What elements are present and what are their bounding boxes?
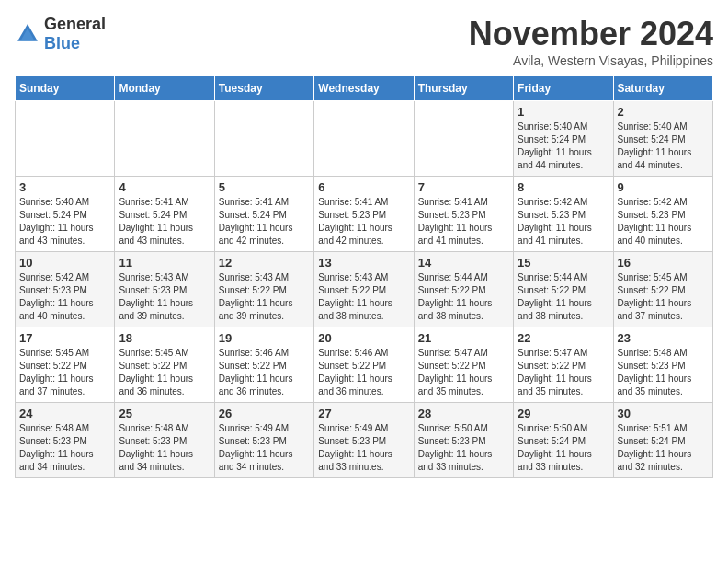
day-number: 18 xyxy=(119,331,210,345)
calendar-cell: 6Sunrise: 5:41 AM Sunset: 5:23 PM Daylig… xyxy=(314,177,414,252)
cell-content: Sunrise: 5:40 AM Sunset: 5:24 PM Dayligh… xyxy=(518,121,609,172)
cell-content: Sunrise: 5:47 AM Sunset: 5:22 PM Dayligh… xyxy=(418,347,509,398)
calendar-cell: 14Sunrise: 5:44 AM Sunset: 5:22 PM Dayli… xyxy=(414,252,513,327)
logo-blue: Blue xyxy=(44,34,80,52)
calendar-row-4: 24Sunrise: 5:48 AM Sunset: 5:23 PM Dayli… xyxy=(16,403,713,478)
cell-content: Sunrise: 5:48 AM Sunset: 5:23 PM Dayligh… xyxy=(119,422,210,474)
day-number: 17 xyxy=(19,331,110,345)
calendar-cell: 22Sunrise: 5:47 AM Sunset: 5:22 PM Dayli… xyxy=(514,327,613,403)
day-number: 21 xyxy=(418,331,509,345)
day-number: 19 xyxy=(219,331,310,345)
calendar-body: 1Sunrise: 5:40 AM Sunset: 5:24 PM Daylig… xyxy=(16,101,713,478)
cell-content: Sunrise: 5:40 AM Sunset: 5:24 PM Dayligh… xyxy=(19,196,110,247)
calendar-cell: 15Sunrise: 5:44 AM Sunset: 5:22 PM Dayli… xyxy=(514,252,613,327)
day-number: 1 xyxy=(518,105,609,119)
cell-content: Sunrise: 5:46 AM Sunset: 5:22 PM Dayligh… xyxy=(318,347,409,398)
day-number: 4 xyxy=(119,180,210,194)
cell-content: Sunrise: 5:41 AM Sunset: 5:23 PM Dayligh… xyxy=(318,196,409,247)
calendar-cell: 21Sunrise: 5:47 AM Sunset: 5:22 PM Dayli… xyxy=(414,327,513,403)
location-subtitle: Avila, Western Visayas, Philippines xyxy=(469,53,713,68)
header-monday: Monday xyxy=(115,76,214,101)
day-number: 6 xyxy=(318,180,409,194)
calendar-cell: 20Sunrise: 5:46 AM Sunset: 5:22 PM Dayli… xyxy=(314,327,414,403)
day-number: 7 xyxy=(418,180,509,194)
day-number: 24 xyxy=(19,407,110,420)
header-thursday: Thursday xyxy=(414,76,513,101)
day-number: 22 xyxy=(518,331,609,345)
calendar-cell: 16Sunrise: 5:45 AM Sunset: 5:22 PM Dayli… xyxy=(613,252,712,327)
cell-content: Sunrise: 5:50 AM Sunset: 5:23 PM Dayligh… xyxy=(418,422,509,474)
cell-content: Sunrise: 5:42 AM Sunset: 5:23 PM Dayligh… xyxy=(518,196,609,247)
header-friday: Friday xyxy=(514,76,613,101)
cell-content: Sunrise: 5:48 AM Sunset: 5:23 PM Dayligh… xyxy=(19,422,110,474)
calendar-cell: 10Sunrise: 5:42 AM Sunset: 5:23 PM Dayli… xyxy=(16,252,115,327)
cell-content: Sunrise: 5:51 AM Sunset: 5:24 PM Dayligh… xyxy=(618,422,709,474)
cell-content: Sunrise: 5:43 AM Sunset: 5:23 PM Dayligh… xyxy=(119,271,210,323)
calendar-row-3: 17Sunrise: 5:45 AM Sunset: 5:22 PM Dayli… xyxy=(16,327,713,403)
calendar-row-2: 10Sunrise: 5:42 AM Sunset: 5:23 PM Dayli… xyxy=(16,252,713,327)
header-row: SundayMondayTuesdayWednesdayThursdayFrid… xyxy=(16,76,713,101)
header-sunday: Sunday xyxy=(16,76,115,101)
calendar-cell xyxy=(414,101,513,177)
day-number: 15 xyxy=(518,256,609,270)
cell-content: Sunrise: 5:49 AM Sunset: 5:23 PM Dayligh… xyxy=(318,422,409,474)
calendar-cell: 24Sunrise: 5:48 AM Sunset: 5:23 PM Dayli… xyxy=(16,403,115,478)
logo: General Blue xyxy=(15,15,106,53)
title-area: November 2024 Avila, Western Visayas, Ph… xyxy=(469,15,713,68)
cell-content: Sunrise: 5:46 AM Sunset: 5:22 PM Dayligh… xyxy=(219,347,310,398)
calendar-cell: 8Sunrise: 5:42 AM Sunset: 5:23 PM Daylig… xyxy=(514,177,613,252)
calendar-cell: 9Sunrise: 5:42 AM Sunset: 5:23 PM Daylig… xyxy=(613,177,712,252)
calendar-header: SundayMondayTuesdayWednesdayThursdayFrid… xyxy=(16,76,713,101)
day-number: 16 xyxy=(618,256,709,270)
calendar-cell: 4Sunrise: 5:41 AM Sunset: 5:24 PM Daylig… xyxy=(115,177,214,252)
day-number: 25 xyxy=(119,407,210,420)
calendar-cell: 2Sunrise: 5:40 AM Sunset: 5:24 PM Daylig… xyxy=(613,101,712,177)
cell-content: Sunrise: 5:42 AM Sunset: 5:23 PM Dayligh… xyxy=(618,196,709,247)
cell-content: Sunrise: 5:42 AM Sunset: 5:23 PM Dayligh… xyxy=(19,271,110,323)
cell-content: Sunrise: 5:49 AM Sunset: 5:23 PM Dayligh… xyxy=(219,422,310,474)
day-number: 20 xyxy=(318,331,409,345)
cell-content: Sunrise: 5:50 AM Sunset: 5:24 PM Dayligh… xyxy=(518,422,609,474)
logo-general: General xyxy=(44,15,106,33)
calendar-cell: 27Sunrise: 5:49 AM Sunset: 5:23 PM Dayli… xyxy=(314,403,414,478)
day-number: 10 xyxy=(19,256,110,270)
calendar-cell xyxy=(314,101,414,177)
header: General Blue November 2024 Avila, Wester… xyxy=(15,15,713,68)
day-number: 3 xyxy=(19,180,110,194)
calendar-cell: 17Sunrise: 5:45 AM Sunset: 5:22 PM Dayli… xyxy=(16,327,115,403)
cell-content: Sunrise: 5:44 AM Sunset: 5:22 PM Dayligh… xyxy=(518,271,609,323)
day-number: 29 xyxy=(518,407,609,420)
calendar-cell: 23Sunrise: 5:48 AM Sunset: 5:23 PM Dayli… xyxy=(613,327,712,403)
day-number: 5 xyxy=(219,180,310,194)
calendar-table: SundayMondayTuesdayWednesdayThursdayFrid… xyxy=(15,75,713,478)
calendar-cell xyxy=(214,101,313,177)
cell-content: Sunrise: 5:43 AM Sunset: 5:22 PM Dayligh… xyxy=(318,271,409,323)
logo-icon xyxy=(15,21,40,47)
header-tuesday: Tuesday xyxy=(214,76,313,101)
cell-content: Sunrise: 5:45 AM Sunset: 5:22 PM Dayligh… xyxy=(19,347,110,398)
calendar-cell: 26Sunrise: 5:49 AM Sunset: 5:23 PM Dayli… xyxy=(214,403,313,478)
cell-content: Sunrise: 5:41 AM Sunset: 5:23 PM Dayligh… xyxy=(418,196,509,247)
calendar-cell: 12Sunrise: 5:43 AM Sunset: 5:22 PM Dayli… xyxy=(214,252,313,327)
day-number: 27 xyxy=(318,407,409,420)
header-wednesday: Wednesday xyxy=(314,76,414,101)
day-number: 12 xyxy=(219,256,310,270)
cell-content: Sunrise: 5:43 AM Sunset: 5:22 PM Dayligh… xyxy=(219,271,310,323)
calendar-cell xyxy=(115,101,214,177)
cell-content: Sunrise: 5:41 AM Sunset: 5:24 PM Dayligh… xyxy=(219,196,310,247)
calendar-cell: 13Sunrise: 5:43 AM Sunset: 5:22 PM Dayli… xyxy=(314,252,414,327)
day-number: 13 xyxy=(318,256,409,270)
day-number: 14 xyxy=(418,256,509,270)
calendar-row-1: 3Sunrise: 5:40 AM Sunset: 5:24 PM Daylig… xyxy=(16,177,713,252)
day-number: 28 xyxy=(418,407,509,420)
calendar-cell: 19Sunrise: 5:46 AM Sunset: 5:22 PM Dayli… xyxy=(214,327,313,403)
calendar-cell: 5Sunrise: 5:41 AM Sunset: 5:24 PM Daylig… xyxy=(214,177,313,252)
cell-content: Sunrise: 5:40 AM Sunset: 5:24 PM Dayligh… xyxy=(618,121,709,172)
calendar-cell xyxy=(16,101,115,177)
day-number: 9 xyxy=(618,180,709,194)
cell-content: Sunrise: 5:45 AM Sunset: 5:22 PM Dayligh… xyxy=(119,347,210,398)
day-number: 26 xyxy=(219,407,310,420)
calendar-cell: 25Sunrise: 5:48 AM Sunset: 5:23 PM Dayli… xyxy=(115,403,214,478)
day-number: 8 xyxy=(518,180,609,194)
day-number: 2 xyxy=(618,105,709,119)
